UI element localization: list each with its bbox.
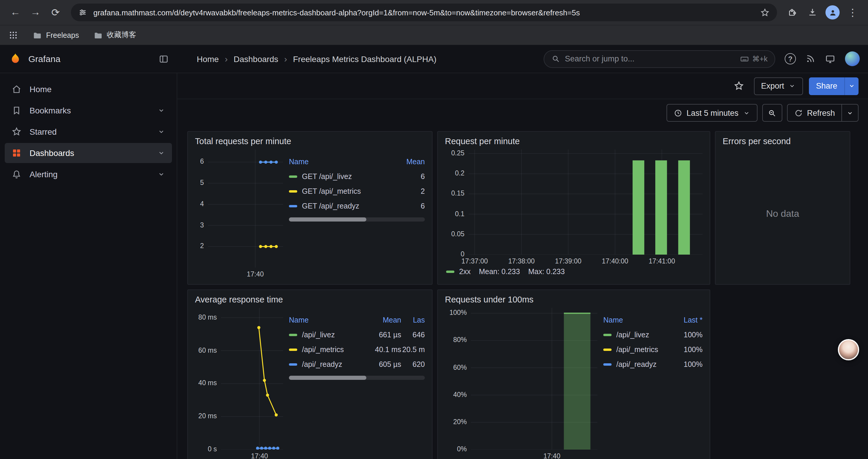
bookmark-star-icon[interactable] bbox=[760, 7, 770, 18]
legend-column-header[interactable]: Mean bbox=[367, 316, 401, 324]
sidebar-item-alerting[interactable]: Alerting bbox=[5, 164, 172, 184]
series-color-dash bbox=[289, 205, 297, 207]
help-button[interactable]: ? bbox=[785, 53, 796, 64]
refresh-interval-dropdown[interactable] bbox=[842, 104, 859, 122]
legend-scrollbar-thumb[interactable] bbox=[289, 376, 366, 380]
legend-row[interactable]: GET /api/_livez6 bbox=[289, 169, 425, 184]
share-button[interactable]: Share bbox=[809, 77, 844, 95]
chevron-down-icon[interactable] bbox=[157, 128, 165, 136]
bookmark-folder-blogs[interactable]: 收藏博客 bbox=[93, 30, 136, 40]
panel-title[interactable]: Errors per second bbox=[723, 136, 843, 146]
legend-scrollbar[interactable] bbox=[289, 218, 425, 222]
refresh-button[interactable]: Refresh bbox=[787, 104, 842, 122]
panel-body: 0.250.20.150.10.05017:37:0017:38:0017:39… bbox=[445, 150, 703, 278]
legend-row[interactable]: /api/_metrics40.1 ms20.5 m bbox=[289, 342, 425, 357]
y-tick-label: 0.2 bbox=[455, 169, 464, 177]
legend-value: 646 bbox=[401, 330, 425, 339]
export-button[interactable]: Export bbox=[754, 77, 803, 95]
chart-plot[interactable] bbox=[469, 150, 703, 255]
legend-column-header[interactable]: Name bbox=[603, 316, 672, 324]
refresh-icon bbox=[794, 108, 803, 117]
profile-button[interactable] bbox=[823, 3, 842, 22]
legend-value: 620 bbox=[401, 360, 425, 368]
legend-row[interactable]: /api/_livez661 µs646 bbox=[289, 327, 425, 342]
address-bar[interactable] bbox=[71, 4, 777, 21]
legend-column-header[interactable]: Last * bbox=[672, 316, 703, 324]
panel-title[interactable]: Request per minute bbox=[445, 136, 703, 146]
sidebar-item-starred[interactable]: Starred bbox=[5, 122, 172, 142]
favorite-dashboard-button[interactable] bbox=[730, 77, 748, 95]
search-input[interactable] bbox=[565, 54, 735, 63]
panel-title[interactable]: Requests under 100ms bbox=[445, 295, 703, 304]
legend-column-header[interactable]: Name bbox=[289, 316, 367, 324]
star-icon bbox=[734, 80, 745, 92]
download-icon bbox=[807, 7, 818, 18]
legend-scrollbar[interactable] bbox=[289, 376, 425, 380]
bar-chart: 0.250.20.150.10.05017:37:0017:38:0017:39… bbox=[445, 150, 703, 265]
panel-title[interactable]: Average response time bbox=[195, 295, 425, 304]
site-settings-icon[interactable] bbox=[78, 8, 88, 17]
time-range-label: Last 5 minutes bbox=[687, 108, 739, 117]
reload-button[interactable]: ⟳ bbox=[46, 3, 65, 22]
zoom-out-time-button[interactable] bbox=[762, 104, 782, 122]
legend-series[interactable]: 2xx bbox=[446, 268, 471, 276]
y-tick-label: 80 ms bbox=[198, 314, 217, 321]
bookmark-folder-freeleaps[interactable]: Freeleaps bbox=[32, 30, 79, 40]
legend-series-name: /api/_livez bbox=[289, 330, 367, 339]
time-range-picker[interactable]: Last 5 minutes bbox=[666, 104, 757, 122]
browser-menu-button[interactable]: ⋮ bbox=[843, 3, 862, 22]
legend-column-header[interactable]: Mean bbox=[394, 157, 425, 166]
sidebar-item-home[interactable]: Home bbox=[5, 79, 172, 99]
legend-row[interactable]: /api/_metrics100% bbox=[603, 342, 703, 357]
y-axis: 0.250.20.150.10.050 bbox=[445, 150, 469, 255]
apps-grid-button[interactable] bbox=[8, 30, 18, 40]
sidebar-item-label: Dashboards bbox=[30, 148, 74, 158]
sidebar-item-bookmarks[interactable]: Bookmarks bbox=[5, 100, 172, 121]
chart-plot[interactable] bbox=[471, 308, 597, 450]
mega-menu-toggle-button[interactable] bbox=[158, 54, 169, 64]
legend-row[interactable]: GET /api/_metrics2 bbox=[289, 184, 425, 198]
y-tick-label: 0.15 bbox=[451, 190, 464, 197]
legend-row[interactable]: GET /api/_readyz6 bbox=[289, 198, 425, 213]
panel-title[interactable]: Total requests per minute bbox=[195, 136, 425, 146]
breadcrumb-dashboards[interactable]: Dashboards bbox=[234, 54, 278, 64]
url-input[interactable] bbox=[93, 8, 754, 17]
x-tick-label: 17:40:00 bbox=[602, 258, 628, 265]
kebab-menu-icon: ⋮ bbox=[848, 6, 858, 19]
legend-row[interactable]: /api/_livez100% bbox=[603, 327, 703, 342]
extensions-button[interactable] bbox=[783, 3, 802, 22]
reload-icon: ⟳ bbox=[52, 6, 60, 19]
legend-scrollbar-thumb[interactable] bbox=[289, 218, 366, 222]
back-button[interactable]: ← bbox=[6, 3, 25, 22]
legend-row[interactable]: /api/_readyz100% bbox=[603, 357, 703, 371]
chevron-down-icon[interactable] bbox=[157, 170, 165, 178]
user-avatar[interactable] bbox=[845, 52, 860, 66]
y-tick-label: 60 ms bbox=[198, 347, 217, 354]
legend-max: Max: 0.233 bbox=[528, 268, 565, 276]
chevron-down-icon[interactable] bbox=[157, 149, 165, 157]
chart-plot[interactable] bbox=[221, 308, 283, 450]
no-data-message: No data bbox=[723, 150, 843, 278]
legend-column-header[interactable]: Name bbox=[289, 157, 394, 166]
x-tick-label: 17:40 bbox=[251, 453, 268, 459]
grafana-brand-label: Grafana bbox=[28, 54, 60, 64]
legend-column-header[interactable]: Las bbox=[401, 316, 425, 324]
share-dropdown-button[interactable] bbox=[844, 77, 859, 95]
news-button[interactable] bbox=[805, 54, 815, 64]
forward-button[interactable]: → bbox=[26, 3, 45, 22]
y-tick-label: 5 bbox=[200, 179, 204, 186]
chart-svg bbox=[221, 308, 283, 450]
legend-series-name: GET /api/_metrics bbox=[289, 187, 394, 195]
floating-assistant-avatar[interactable] bbox=[838, 339, 859, 360]
legend-row[interactable]: /api/_readyz605 µs620 bbox=[289, 357, 425, 371]
chevron-down-icon[interactable] bbox=[157, 106, 165, 114]
chart-plot[interactable] bbox=[208, 150, 283, 268]
grafana-logo-icon[interactable] bbox=[8, 52, 23, 66]
search-box[interactable]: ⌘+k bbox=[544, 50, 775, 68]
sidebar-item-dashboards[interactable]: Dashboards bbox=[5, 143, 172, 163]
tv-mode-button[interactable] bbox=[825, 54, 836, 64]
chevron-down-icon bbox=[848, 82, 856, 90]
breadcrumb-home[interactable]: Home bbox=[197, 54, 219, 64]
downloads-button[interactable] bbox=[803, 3, 822, 22]
legend-series-name: GET /api/_livez bbox=[289, 172, 394, 181]
